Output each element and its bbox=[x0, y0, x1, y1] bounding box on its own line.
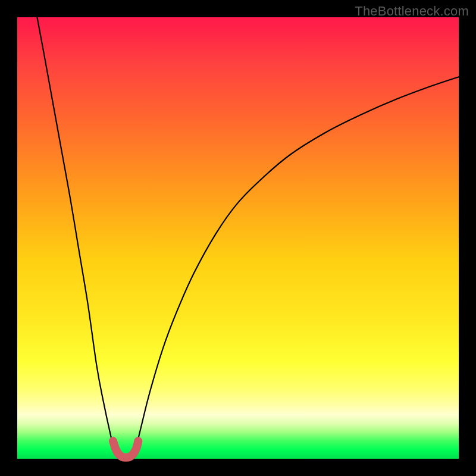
curve-right-branch bbox=[133, 77, 459, 456]
plot-svg bbox=[17, 17, 459, 459]
curve-left-branch bbox=[37, 17, 118, 456]
watermark-text: TheBottleneck.com bbox=[355, 4, 469, 19]
bottom-u-marker bbox=[113, 441, 138, 457]
